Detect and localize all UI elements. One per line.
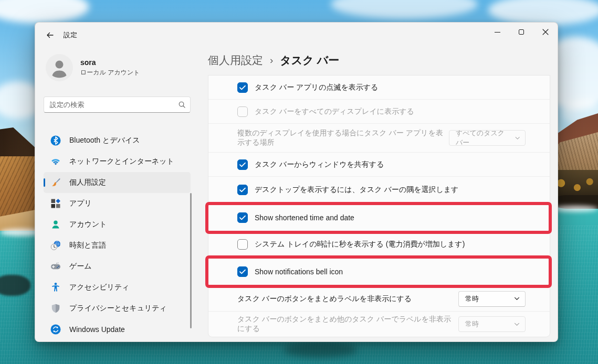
sidebar-item-bluetooth-devices[interactable]: Bluetooth とデバイス bbox=[44, 130, 191, 151]
dropdown-value: 常時 bbox=[465, 294, 479, 304]
setting-row-clock-seconds[interactable]: システム トレイの時計に秒を表示する (電力消費が増加します) bbox=[208, 232, 550, 256]
sidebar-nav: Bluetooth とデバイス ネットワークとインターネット 個人用設定 アプリ… bbox=[44, 130, 191, 340]
sidebar-item-label: プライバシーとセキュリティ bbox=[69, 304, 167, 313]
checkbox[interactable] bbox=[237, 239, 248, 250]
sidebar-item-accounts[interactable]: アカウント bbox=[44, 214, 191, 235]
breadcrumb: 個人用設定 › タスク バー bbox=[208, 53, 339, 68]
setting-row-share-window[interactable]: タスク バーからウィンドウを共有する bbox=[208, 152, 550, 176]
sidebar-item-label: アプリ bbox=[69, 199, 92, 208]
sidebar-item-label: アクセシビリティ bbox=[69, 283, 130, 292]
setting-label: デスクトップを表示するには、タスク バーの隅を選択します bbox=[255, 185, 458, 195]
user-card: sora ローカル アカウント bbox=[46, 54, 140, 81]
setting-label: タスク バー アプリの点滅を表示する bbox=[255, 83, 378, 92]
combine-buttons-dropdown[interactable]: 常時 bbox=[458, 291, 526, 307]
cloud bbox=[331, 0, 478, 19]
privacy-shield-icon bbox=[50, 303, 61, 314]
setting-row-taskbar-flashing[interactable]: タスク バー アプリの点滅を表示する bbox=[208, 76, 550, 99]
accounts-icon bbox=[50, 219, 61, 230]
close-icon bbox=[542, 29, 549, 35]
checkbox[interactable] bbox=[237, 212, 248, 223]
checkbox[interactable] bbox=[237, 159, 248, 170]
chevron-down-icon bbox=[514, 297, 520, 301]
sidebar-item-label: Bluetooth とデバイス bbox=[69, 136, 140, 145]
sidebar-item-personalization[interactable]: 個人用設定 bbox=[44, 172, 191, 193]
setting-row-shortened-time-date[interactable]: Show shortened time and date bbox=[208, 203, 550, 232]
sidebar-item-label: 時刻と言語 bbox=[69, 241, 106, 250]
user-account-type: ローカル アカウント bbox=[80, 68, 140, 77]
sidebar-scrollbar-thumb[interactable] bbox=[190, 193, 192, 328]
setting-row-notifications-bell[interactable]: Show notifications bell icon bbox=[208, 256, 550, 286]
sidebar-item-label: 個人用設定 bbox=[69, 178, 106, 187]
back-button[interactable] bbox=[41, 27, 58, 44]
search-icon bbox=[178, 101, 186, 109]
sidebar-item-network-internet[interactable]: ネットワークとインターネット bbox=[44, 151, 191, 172]
sidebar-item-accessibility[interactable]: アクセシビリティ bbox=[44, 277, 191, 298]
time-language-icon bbox=[50, 240, 61, 251]
search-box bbox=[44, 97, 191, 113]
sidebar-item-label: Windows Update bbox=[69, 325, 125, 334]
sea-rocks bbox=[0, 275, 30, 296]
page-title: タスク バー bbox=[280, 53, 339, 68]
setting-label: タスク バーのボタンをまとめラベルを非表示にする bbox=[237, 294, 458, 304]
cloud bbox=[488, 0, 598, 25]
titlebar[interactable]: 設定 bbox=[35, 23, 558, 48]
user-name: sora bbox=[80, 58, 140, 67]
sidebar-item-privacy-security[interactable]: プライバシーとセキュリティ bbox=[44, 298, 191, 319]
setting-row-combine-buttons-hide-labels: タスク バーのボタンをまとめラベルを非表示にする 常時 bbox=[208, 286, 550, 311]
sidebar-item-time-language[interactable]: 時刻と言語 bbox=[44, 235, 191, 256]
breadcrumb-separator-icon: › bbox=[270, 55, 273, 66]
network-icon bbox=[50, 156, 61, 167]
setting-label: タスク バーをすべてのディスプレイに表示する bbox=[255, 107, 414, 116]
setting-row-multi-display-location: 複数のディスプレイを使用する場合にタスク バー アプリを表示する場所 すべてのタ… bbox=[208, 123, 550, 152]
checkbox[interactable] bbox=[237, 82, 248, 93]
setting-label: タスク バーのボタンをまとめ他のタスク バーでラベルを非表示にする bbox=[237, 315, 458, 334]
checkbox[interactable] bbox=[237, 266, 248, 277]
avatar bbox=[46, 54, 73, 81]
setting-label: Show shortened time and date bbox=[255, 213, 354, 222]
window-title: 設定 bbox=[64, 23, 77, 48]
breadcrumb-personalization[interactable]: 個人用設定 bbox=[208, 53, 263, 68]
minimize-icon bbox=[495, 32, 500, 33]
checkbox[interactable] bbox=[237, 185, 248, 195]
setting-label: Show notifications bell icon bbox=[255, 267, 343, 276]
settings-list: タスク バー アプリの点滅を表示する タスク バーをすべてのディスプレイに表示す… bbox=[208, 75, 550, 337]
accessibility-icon bbox=[50, 282, 61, 293]
sidebar-item-windows-update[interactable]: Windows Update bbox=[44, 319, 191, 340]
cloud bbox=[0, 0, 89, 23]
setting-row-combine-buttons-other-taskbars: タスク バーのボタンをまとめ他のタスク バーでラベルを非表示にする 常時 bbox=[208, 311, 550, 337]
dropdown-value: 常時 bbox=[465, 319, 479, 329]
maximize-icon bbox=[519, 29, 524, 35]
search-input[interactable] bbox=[44, 97, 191, 113]
settings-window: 設定 sora ローカル アカウント Bluetooth とデバイス ネットワー… bbox=[35, 22, 558, 342]
setting-label: システム トレイの時計に秒を表示する (電力消費が増加します) bbox=[255, 240, 465, 249]
apps-icon bbox=[50, 198, 61, 209]
sidebar-item-label: アカウント bbox=[69, 220, 107, 229]
maximize-button[interactable] bbox=[509, 23, 533, 41]
sidebar-item-label: ネットワークとインターネット bbox=[69, 157, 174, 166]
sidebar-item-label: ゲーム bbox=[69, 262, 92, 271]
sidebar-item-gaming[interactable]: ゲーム bbox=[44, 256, 191, 277]
water-shadow bbox=[284, 342, 357, 358]
chevron-down-icon bbox=[514, 323, 520, 326]
setting-row-show-desktop-corner[interactable]: デスクトップを表示するには、タスク バーの隅を選択します bbox=[208, 176, 550, 203]
gaming-icon bbox=[50, 261, 61, 272]
setting-label: タスク バーからウィンドウを共有する bbox=[255, 160, 384, 169]
windows-update-icon bbox=[50, 324, 61, 335]
setting-row-taskbar-all-displays: タスク バーをすべてのディスプレイに表示する bbox=[208, 99, 550, 123]
checkbox bbox=[237, 106, 248, 117]
back-arrow-icon bbox=[46, 31, 54, 39]
dropdown-value: すべてのタスク バー bbox=[456, 129, 511, 147]
minimize-button[interactable] bbox=[485, 23, 509, 41]
bluetooth-icon bbox=[50, 135, 61, 146]
close-button[interactable] bbox=[533, 23, 558, 41]
sidebar-item-apps[interactable]: アプリ bbox=[44, 193, 191, 214]
combine-buttons-other-dropdown: 常時 bbox=[458, 316, 526, 332]
personalization-icon bbox=[50, 177, 61, 188]
setting-label: 複数のディスプレイを使用する場合にタスク バー アプリを表示する場所 bbox=[237, 129, 449, 147]
wave-foam bbox=[552, 206, 598, 212]
multi-display-dropdown: すべてのタスク バー bbox=[449, 130, 526, 146]
chevron-down-icon bbox=[515, 136, 520, 140]
